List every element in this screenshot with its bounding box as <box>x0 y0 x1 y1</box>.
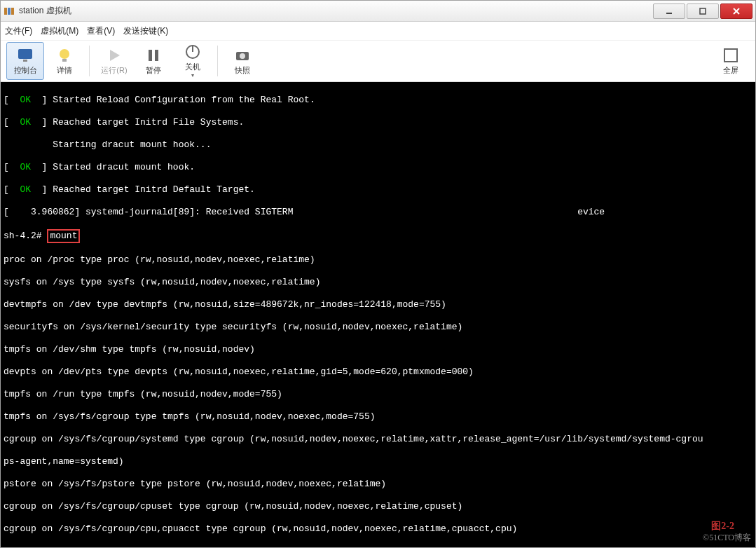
vm-window: station 虚拟机 文件(F) 虚拟机(M) 查看(V) 发送按键(K) 控… <box>0 0 756 548</box>
term-line: tmpfs on /run type tmpfs (rw,nosuid,node… <box>4 389 752 400</box>
svg-point-9 <box>60 49 69 59</box>
term-line: [ OK ] [ OK ] Started Reload Configurati… <box>4 95 752 106</box>
menu-sendkey[interactable]: 发送按键(K) <box>123 25 168 37</box>
toolbar: 控制台 详情 运行(R) 暂停 关机 ▾ 快照 全屏 <box>1 40 755 82</box>
svg-rect-10 <box>62 59 67 62</box>
term-line: [ 3.960862] systemd-journald[89]: Receiv… <box>4 207 752 218</box>
dropdown-icon: ▾ <box>191 72 194 78</box>
minimize-button[interactable] <box>653 4 685 19</box>
toolbar-shutdown[interactable]: 关机 ▾ <box>174 42 212 80</box>
camera-icon <box>234 47 251 64</box>
menu-view[interactable]: 查看(V) <box>87 25 115 37</box>
term-line: Starting dracut mount hook... <box>4 139 752 151</box>
term-line: cgroup on /sys/fs/cgroup/systemd type cg… <box>4 434 752 445</box>
pause-icon <box>145 47 162 64</box>
svg-rect-0 <box>4 8 7 15</box>
menubar: 文件(F) 虚拟机(M) 查看(V) 发送按键(K) <box>1 22 755 40</box>
lightbulb-icon <box>56 47 73 64</box>
svg-rect-8 <box>23 60 27 62</box>
term-line: cgroup on /sys/fs/cgroup/memory type cgr… <box>4 546 752 547</box>
term-line: [ OK ] Reached target Initrd File System… <box>4 117 752 128</box>
svg-marker-11 <box>110 50 120 61</box>
svg-rect-2 <box>11 8 14 15</box>
app-icon <box>4 6 15 17</box>
power-icon <box>184 43 201 60</box>
toolbar-console[interactable]: 控制台 <box>6 42 44 80</box>
toolbar-run[interactable]: 运行(R) <box>95 42 133 80</box>
term-line: cgroup on /sys/fs/cgroup/cpuset type cgr… <box>4 501 752 512</box>
fullscreen-icon <box>722 47 739 64</box>
term-line: devtmpfs on /dev type devtmpfs (rw,nosui… <box>4 299 752 310</box>
term-line: sh-4.2# mount <box>4 229 752 243</box>
term-line: cgroup on /sys/fs/cgroup/cpu,cpuacct typ… <box>4 523 752 535</box>
svg-point-17 <box>240 53 245 59</box>
term-line: [ OK ] Reached target Initrd Default Tar… <box>4 184 752 196</box>
toolbar-run-label: 运行(R) <box>101 65 127 76</box>
term-line: tmpfs on /sys/fs/cgroup type tmpfs (rw,n… <box>4 411 752 423</box>
toolbar-snapshot-label: 快照 <box>235 65 250 76</box>
term-line: sysfs on /sys type sysfs (rw,nosuid,node… <box>4 277 752 288</box>
term-line: proc on /proc type proc (rw,nosuid,nodev… <box>4 254 752 266</box>
terminal[interactable]: [ OK ] [ OK ] Started Reload Configurati… <box>1 82 755 547</box>
svg-rect-13 <box>155 50 158 61</box>
toolbar-pause[interactable]: 暂停 <box>135 42 172 80</box>
titlebar: station 虚拟机 <box>1 1 755 22</box>
term-line: pstore on /sys/fs/pstore type pstore (rw… <box>4 479 752 490</box>
toolbar-shutdown-label: 关机 <box>185 62 200 72</box>
svg-rect-12 <box>149 50 152 61</box>
window-title: station 虚拟机 <box>19 5 653 17</box>
cmd-mount-box: mount <box>47 229 80 243</box>
term-line: devpts on /dev/pts type devpts (rw,nosui… <box>4 367 752 378</box>
toolbar-fullscreen[interactable]: 全屏 <box>712 42 750 80</box>
toolbar-details[interactable]: 详情 <box>46 42 83 80</box>
toolbar-pause-label: 暂停 <box>146 65 161 76</box>
svg-rect-1 <box>8 8 11 15</box>
close-button[interactable] <box>720 4 752 19</box>
toolbar-console-label: 控制台 <box>14 65 37 76</box>
toolbar-separator-2 <box>217 46 218 76</box>
term-line: securityfs on /sys/kernel/security type … <box>4 322 752 333</box>
term-line: tmpfs on /dev/shm type tmpfs (rw,nosuid,… <box>4 344 752 355</box>
toolbar-snapshot[interactable]: 快照 <box>224 42 261 80</box>
menu-file[interactable]: 文件(F) <box>5 25 32 37</box>
maximize-button[interactable] <box>687 4 719 19</box>
term-line: ps-agent,name=systemd) <box>4 456 752 467</box>
figure-label: 图2-2 <box>711 521 734 532</box>
toolbar-details-label: 详情 <box>57 65 72 76</box>
svg-rect-7 <box>18 49 32 59</box>
menu-vm[interactable]: 虚拟机(M) <box>41 25 78 37</box>
svg-rect-18 <box>724 49 737 62</box>
play-icon <box>106 47 123 64</box>
toolbar-fullscreen-label: 全屏 <box>723 65 738 76</box>
monitor-icon <box>17 47 34 64</box>
watermark: ©51CTO博客 <box>703 532 751 543</box>
term-line: [ OK ] Started dracut mount hook. <box>4 162 752 173</box>
svg-rect-4 <box>700 8 706 14</box>
toolbar-separator <box>89 46 90 76</box>
window-buttons <box>653 4 752 19</box>
